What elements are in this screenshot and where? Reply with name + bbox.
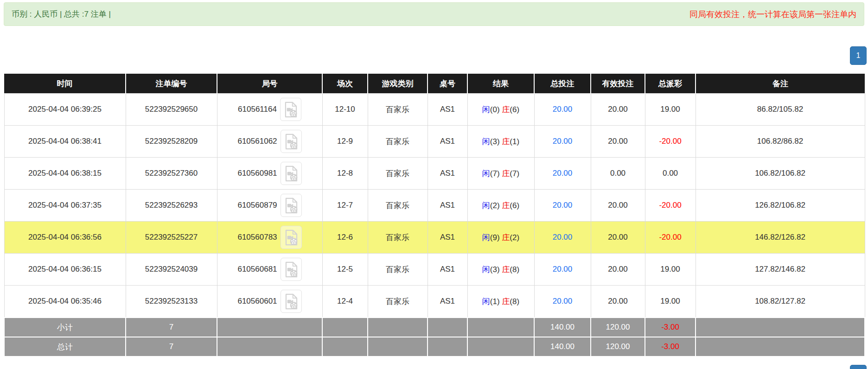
cell-payout: 19.00 (645, 254, 696, 286)
summary-bar: 币别 : 人民币 | 总共 :7 注单 | 同局有效投注，统一计算在该局第一张注… (4, 2, 864, 26)
cell-game-type: 百家乐 (368, 254, 428, 286)
video-replay-button[interactable] (281, 162, 302, 185)
result-banker-score: (8) (510, 297, 519, 306)
cell-remark: 108.82/127.82 (696, 286, 865, 318)
cell-table-no: AS1 (428, 126, 467, 158)
result-banker-label: 庄 (502, 105, 510, 114)
cell-game-type: 百家乐 (368, 94, 428, 126)
cell-time: 2025-04-04 06:38:15 (4, 158, 126, 190)
subtotal-empty-cell (428, 318, 467, 337)
round-number: 610560601 (237, 297, 277, 306)
col-time: 时间 (4, 74, 126, 94)
result-player-score: (3) (490, 265, 500, 274)
result-player-score: (9) (490, 233, 500, 242)
total-bet-link[interactable]: 20.00 (553, 233, 573, 242)
cell-valid-bet: 0.00 (591, 158, 645, 190)
result-player-label: 闲 (482, 233, 490, 242)
cell-result: 闲(3) 庄(1) (467, 126, 534, 158)
table-row: 2025-04-04 06:38:41522392528209610561062… (4, 126, 865, 158)
cell-remark: 106.82/106.82 (696, 158, 865, 190)
result-player-score: (3) (490, 137, 500, 146)
video-file-icon (283, 101, 298, 118)
result-player-score: (1) (490, 297, 500, 306)
table-row: 2025-04-04 06:35:46522392523133610560601… (4, 286, 865, 318)
result-player-label: 闲 (482, 201, 490, 210)
cell-total-bet[interactable]: 20.00 (534, 286, 591, 318)
video-replay-button[interactable] (281, 194, 302, 217)
cell-round: 610560783 (217, 222, 322, 254)
grand-total-empty-cell (428, 337, 467, 356)
video-replay-button[interactable] (281, 130, 302, 153)
grand-total-empty-cell (217, 337, 322, 356)
cell-game-type: 百家乐 (368, 286, 428, 318)
cell-game-type: 百家乐 (368, 222, 428, 254)
cell-session: 12-6 (322, 222, 368, 254)
result-banker-score: (8) (510, 265, 519, 274)
cell-game-type: 百家乐 (368, 126, 428, 158)
cell-total-bet[interactable]: 20.00 (534, 190, 591, 222)
pagination-page-1-top[interactable]: 1 (850, 46, 867, 65)
cell-session: 12-8 (322, 158, 368, 190)
cell-table-no: AS1 (428, 254, 467, 286)
cell-round: 610560601 (217, 286, 322, 318)
cell-session: 12-5 (322, 254, 368, 286)
subtotal-valid-bet: 120.00 (591, 318, 645, 337)
result-player-label: 闲 (482, 297, 490, 306)
round-number: 610560981 (237, 169, 277, 178)
cell-total-bet[interactable]: 20.00 (534, 94, 591, 126)
total-bet-link[interactable]: 20.00 (553, 201, 573, 210)
result-banker-label: 庄 (502, 297, 510, 306)
cell-total-bet[interactable]: 20.00 (534, 254, 591, 286)
round-number: 610560783 (237, 233, 277, 242)
cell-table-no: AS1 (428, 190, 467, 222)
round-number: 610560879 (237, 201, 277, 210)
total-bet-link[interactable]: 20.00 (553, 297, 573, 305)
grand-total-total-bet: 140.00 (534, 337, 591, 356)
result-banker-score: (7) (510, 169, 519, 178)
result-player-label: 闲 (482, 265, 490, 274)
result-player-label: 闲 (482, 105, 490, 114)
video-replay-button[interactable] (281, 226, 302, 249)
cell-time: 2025-04-04 06:35:46 (4, 286, 126, 318)
cell-total-bet[interactable]: 20.00 (534, 126, 591, 158)
total-bet-link[interactable]: 20.00 (553, 105, 573, 114)
cell-bet-id: 522392523133 (126, 286, 217, 318)
cell-time: 2025-04-04 06:39:25 (4, 94, 126, 126)
total-bet-link[interactable]: 20.00 (553, 137, 573, 146)
grand-total-count: 7 (126, 337, 217, 356)
col-remark: 备注 (696, 74, 865, 94)
cell-bet-id: 522392527360 (126, 158, 217, 190)
cell-table-no: AS1 (428, 158, 467, 190)
result-banker-score: (6) (510, 105, 519, 114)
cell-total-bet[interactable]: 20.00 (534, 158, 591, 190)
cell-table-no: AS1 (428, 286, 467, 318)
grand-total-empty-cell (322, 337, 368, 356)
col-table-no: 桌号 (428, 74, 467, 94)
cell-session: 12-10 (322, 94, 368, 126)
subtotal-empty-cell (217, 318, 322, 337)
col-session: 场次 (322, 74, 368, 94)
pagination-page-1-bottom[interactable]: 1 (850, 365, 867, 369)
cell-result: 闲(9) 庄(2) (467, 222, 534, 254)
cell-valid-bet: 20.00 (591, 190, 645, 222)
col-payout: 总派彩 (645, 74, 696, 94)
total-bet-link[interactable]: 20.00 (553, 169, 573, 178)
total-bet-link[interactable]: 20.00 (553, 265, 573, 274)
table-row: 2025-04-04 06:37:35522392526293610560879… (4, 190, 865, 222)
cell-bet-id: 522392529650 (126, 94, 217, 126)
grand-total-payout: -3.00 (645, 337, 696, 356)
video-replay-button[interactable] (280, 98, 301, 121)
cell-total-bet[interactable]: 20.00 (534, 222, 591, 254)
cell-payout: 19.00 (645, 286, 696, 318)
cell-round: 610560879 (217, 190, 322, 222)
cell-result: 闲(0) 庄(6) (467, 94, 534, 126)
result-player-score: (7) (490, 169, 500, 178)
video-replay-button[interactable] (281, 258, 302, 281)
cell-session: 12-4 (322, 286, 368, 318)
grand-total-empty-cell (696, 337, 865, 356)
cell-result: 闲(1) 庄(8) (467, 286, 534, 318)
video-replay-button[interactable] (281, 290, 302, 313)
video-file-icon (284, 293, 299, 310)
currency-summary-text: 币别 : 人民币 | 总共 :7 注单 | (12, 9, 111, 19)
table-row: 2025-04-04 06:38:15522392527360610560981… (4, 158, 865, 190)
